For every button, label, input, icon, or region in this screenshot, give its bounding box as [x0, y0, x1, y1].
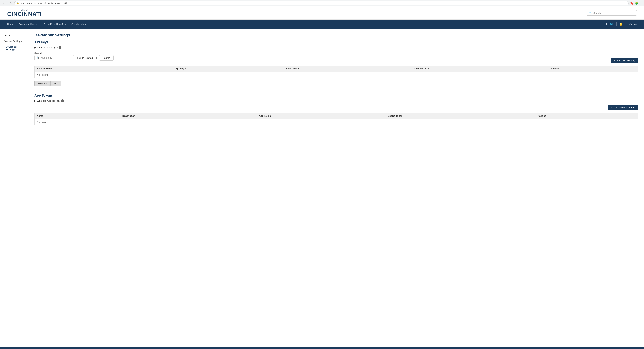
- nav-username[interactable]: Ygilany: [629, 23, 637, 25]
- nav-home[interactable]: Home: [7, 23, 14, 25]
- reload-button[interactable]: ↻: [9, 1, 13, 5]
- search-icon: 🔍: [36, 56, 40, 59]
- chevron-down-icon: ▾: [65, 23, 66, 25]
- app-tokens-no-results-row: No Results: [35, 119, 638, 125]
- col-api-key-name: Api Key Name: [35, 66, 173, 72]
- api-keys-no-results-row: No Results: [35, 72, 638, 78]
- browser-icons: 🔖 🧩 ☰: [630, 1, 642, 5]
- app-tokens-table-head: Name Description App Token Secret Token …: [35, 113, 638, 119]
- browser-bar: ‹ › ↻ 🔒 data.cincinnati-oh.gov/profile/e…: [0, 0, 644, 6]
- lock-icon: 🔒: [16, 2, 19, 4]
- api-keys-search-button[interactable]: Search: [99, 55, 114, 60]
- logo[interactable]: city of CINCINNATI: [7, 9, 42, 17]
- app-tokens-header-row: Name Description App Token Secret Token …: [35, 113, 638, 119]
- col-last-used-at: Last Used At: [284, 66, 412, 72]
- col-token-actions: Actions: [535, 113, 638, 119]
- nav-divider-2: [626, 22, 626, 26]
- col-actions: Actions: [548, 66, 638, 72]
- logo-main-text: CINCINNATI: [7, 11, 42, 17]
- include-deleted-wrap: Include Deleted: [76, 56, 97, 59]
- nav-links: Home Suggest a Dataset Open Data How-To …: [7, 23, 606, 25]
- sort-arrow-icon: ▼: [428, 67, 430, 70]
- previous-button[interactable]: Previous: [34, 81, 50, 86]
- api-keys-header-row: Api Key Name Api Key ID Last Used At Cre…: [35, 66, 638, 72]
- app-tokens-section: App Tokens ▶ What are App Tokens? ? Crea…: [34, 94, 638, 125]
- bookmark-icon[interactable]: 🔖: [630, 1, 634, 5]
- api-keys-table-head: Api Key Name Api Key ID Last Used At Cre…: [35, 66, 638, 72]
- browser-navigation[interactable]: ‹ › ↻: [2, 1, 13, 5]
- next-button[interactable]: Next: [50, 81, 62, 86]
- include-deleted-label: Include Deleted: [76, 56, 93, 59]
- sidebar-item-developer-settings[interactable]: Developer Settings: [4, 44, 25, 52]
- api-keys-title: API Keys: [34, 40, 638, 44]
- include-deleted-checkbox[interactable]: [94, 56, 97, 59]
- nav-suggest[interactable]: Suggest a Dataset: [19, 23, 39, 25]
- url-text: data.cincinnati-oh.gov/profile/edit/deve…: [20, 2, 70, 4]
- back-button[interactable]: ‹: [2, 1, 5, 5]
- api-keys-pagination: Previous Next: [34, 81, 638, 86]
- api-keys-help-icon[interactable]: ?: [58, 46, 62, 49]
- main-content: Developer Settings API Keys ▶ What are A…: [29, 28, 644, 347]
- nav-divider: [616, 22, 616, 26]
- page-title: Developer Settings: [34, 33, 638, 37]
- page-layout: Profile Account Settings Developer Setti…: [0, 28, 644, 347]
- api-keys-search-input-box: 🔍: [34, 55, 74, 60]
- app-tokens-table: Name Description App Token Secret Token …: [34, 113, 638, 125]
- app-tokens-create-wrap: Create New App Token: [34, 105, 638, 110]
- sidebar: Profile Account Settings Developer Setti…: [0, 28, 29, 347]
- col-description: Description: [120, 113, 256, 119]
- create-api-key-button[interactable]: Create new API Key: [611, 58, 638, 63]
- api-keys-table-body: No Results: [35, 72, 638, 78]
- app-tokens-title: App Tokens: [34, 94, 638, 97]
- api-keys-search-row: Search 🔍 Include Deleted Search: [34, 51, 114, 60]
- app-tokens-collapsible[interactable]: ▶ What are App Tokens? ?: [34, 99, 638, 102]
- col-app-token: App Token: [256, 113, 386, 119]
- col-name: Name: [35, 113, 120, 119]
- menu-icon[interactable]: ☰: [639, 1, 642, 5]
- twitter-icon[interactable]: 🐦: [610, 22, 614, 26]
- col-created-at[interactable]: Created At ▼: [412, 66, 549, 72]
- header-search-input[interactable]: [593, 12, 634, 14]
- site-header: city of CINCINNATI 🔍: [0, 6, 644, 19]
- forward-button[interactable]: ›: [6, 1, 8, 5]
- header-search-box[interactable]: 🔍: [586, 10, 637, 16]
- notification-icon[interactable]: 🔔: [620, 22, 623, 26]
- api-keys-search-wrap: Search 🔍: [34, 52, 74, 60]
- address-bar[interactable]: 🔒 data.cincinnati-oh.gov/profile/edit/de…: [14, 1, 628, 5]
- app-tokens-no-results: No Results: [35, 119, 638, 125]
- api-keys-collapsible[interactable]: ▶ What are API Keys? ?: [34, 46, 638, 49]
- app-tokens-help-icon[interactable]: ?: [61, 99, 64, 102]
- api-keys-table: Api Key Name Api Key ID Last Used At Cre…: [34, 65, 638, 78]
- api-keys-section: API Keys ▶ What are API Keys? ? Search 🔍: [34, 40, 638, 86]
- sidebar-item-profile[interactable]: Profile: [4, 33, 25, 38]
- api-keys-search-input[interactable]: [40, 56, 72, 59]
- api-keys-search-and-create: Search 🔍 Include Deleted Search Create n…: [34, 51, 638, 63]
- extensions-icon[interactable]: 🧩: [635, 1, 638, 5]
- api-keys-no-results: No Results: [35, 72, 638, 78]
- col-secret-token: Secret Token: [386, 113, 535, 119]
- nav-insights[interactable]: CincyInsights: [71, 23, 86, 25]
- facebook-icon[interactable]: f: [606, 22, 607, 26]
- nav-howto[interactable]: Open Data How-To ▾: [44, 23, 66, 25]
- create-app-token-button[interactable]: Create New App Token: [608, 105, 638, 110]
- sidebar-item-account-settings[interactable]: Account Settings: [4, 38, 25, 44]
- nav-bar: Home Suggest a Dataset Open Data How-To …: [0, 19, 644, 28]
- section-divider: [34, 90, 638, 90]
- search-icon: 🔍: [589, 11, 592, 14]
- app-tokens-table-body: No Results: [35, 119, 638, 125]
- api-keys-search-label: Search: [34, 52, 74, 54]
- nav-right: f 🐦 🔔 Ygilany: [606, 22, 637, 26]
- site-footer: Home Catalog Terms of Service Accessibil…: [0, 347, 644, 349]
- col-api-key-id: Api Key ID: [173, 66, 284, 72]
